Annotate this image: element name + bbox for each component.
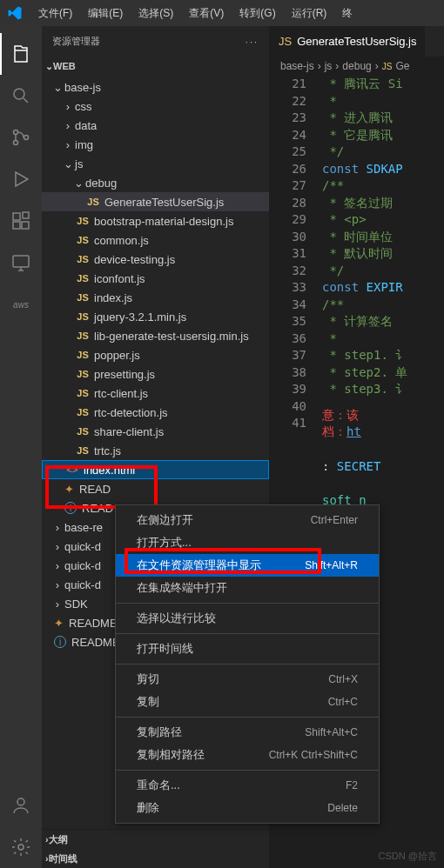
folder-debug[interactable]: ⌄debug [42, 173, 269, 192]
section-outline[interactable]: ›大纲 [42, 830, 269, 849]
menu-item-shortcut: Delete [327, 802, 358, 814]
activity-extensions-icon[interactable] [0, 200, 42, 242]
menu-item-label: 在侧边打开 [137, 512, 193, 528]
menu-item-shortcut: Ctrl+Enter [311, 514, 358, 526]
file-item[interactable]: JSrtc-detection.js [42, 403, 269, 422]
info-icon: i [64, 502, 77, 514]
svg-rect-5 [13, 222, 20, 229]
menu-separator [116, 603, 379, 604]
file-item[interactable]: JSlib-generate-test-usersig.min.js [42, 326, 269, 345]
file-item[interactable]: JSrtc-client.js [42, 384, 269, 403]
context-menu-item[interactable]: 打开时间线 [116, 638, 379, 660]
file-item[interactable]: JSdevice-testing.js [42, 250, 269, 269]
file-item[interactable]: JStrtc.js [42, 441, 269, 460]
folder-base-js[interactable]: ⌄base-js [42, 77, 269, 97]
star-icon: ✦ [54, 617, 64, 630]
activity-scm-icon[interactable] [0, 117, 42, 158]
context-menu-item[interactable]: 选择以进行比较 [116, 607, 379, 630]
folder-img[interactable]: ›img [42, 135, 269, 154]
menu-run[interactable]: 运行(R) [285, 3, 334, 24]
menu-item-shortcut: Shift+Alt+C [305, 726, 358, 738]
menu-item-label: 复制相对路径 [137, 747, 205, 763]
more-icon[interactable]: ··· [246, 37, 259, 47]
sidebar-header: 资源管理器 ··· [42, 26, 269, 57]
activity-remote-icon[interactable] [0, 242, 42, 284]
star-icon: ✦ [64, 483, 74, 496]
activity-aws-icon[interactable]: aws [0, 284, 42, 325]
menu-item-label: 删除 [137, 800, 159, 816]
section-header[interactable]: ⌄ WEB [42, 57, 269, 76]
file-readme[interactable]: ✦READ [42, 479, 269, 498]
svg-rect-4 [13, 213, 20, 220]
svg-point-10 [18, 845, 24, 850]
js-file-icon: JS [279, 35, 292, 48]
tab-label: GenerateTestUserSig.js [297, 35, 416, 48]
menu-terminal[interactable]: 终 [335, 3, 360, 24]
context-menu-item[interactable]: 打开方式... [116, 531, 379, 554]
activity-explorer-icon[interactable] [0, 33, 42, 75]
file-item[interactable]: JSjquery-3.2.1.min.js [42, 307, 269, 326]
chevron-down-icon: ⌄ [45, 61, 53, 72]
activity-settings-icon[interactable] [0, 826, 42, 868]
svg-rect-7 [23, 212, 29, 218]
folder-data[interactable]: ›data [42, 116, 269, 135]
info-icon: i [54, 636, 66, 648]
menu-item-shortcut: Ctrl+X [328, 673, 358, 685]
menu-view[interactable]: 查看(V) [182, 3, 231, 24]
sidebar-title: 资源管理器 [52, 35, 100, 48]
file-item[interactable]: JSiconfont.js [42, 269, 269, 288]
menu-item-label: 在文件资源管理器中显示 [137, 558, 261, 573]
menu-item-label: 在集成终端中打开 [137, 580, 227, 596]
menu-separator [116, 770, 379, 771]
section-title: WEB [53, 61, 76, 71]
titlebar: 文件(F) 编辑(E) 选择(S) 查看(V) 转到(G) 运行(R) 终 [0, 0, 444, 26]
file-item[interactable]: JScommon.js [42, 230, 269, 250]
menu-select[interactable]: 选择(S) [131, 3, 180, 24]
menu-item-label: 复制 [137, 694, 159, 710]
context-menu-item[interactable]: 复制Ctrl+C [116, 691, 379, 713]
menu-item-label: 打开方式... [137, 535, 192, 551]
activity-debug-icon[interactable] [0, 158, 42, 200]
editor-tab[interactable]: JS GenerateTestUserSig.js [270, 26, 425, 57]
svg-point-2 [14, 141, 18, 145]
menu-go[interactable]: 转到(G) [232, 3, 282, 24]
file-item[interactable]: JSbootstrap-material-design.js [42, 211, 269, 230]
context-menu-item[interactable]: 在文件资源管理器中显示Shift+Alt+R [116, 554, 379, 577]
file-item[interactable]: JSpopper.js [42, 345, 269, 364]
breadcrumb[interactable]: base-js› js› debug› JSGe [270, 57, 444, 76]
menu-item-shortcut: Ctrl+K Ctrl+Shift+C [269, 749, 358, 761]
context-menu-item[interactable]: 剪切Ctrl+X [116, 668, 379, 691]
svg-point-3 [24, 136, 29, 140]
vscode-logo-icon [7, 5, 23, 21]
menu-item-shortcut: Shift+Alt+R [305, 559, 358, 571]
tab-bar: JS GenerateTestUserSig.js [270, 26, 444, 57]
context-menu-item[interactable]: 在集成终端中打开 [116, 577, 379, 599]
menu-edit[interactable]: 编辑(E) [81, 3, 130, 24]
section-timeline[interactable]: ›时间线 [42, 849, 269, 868]
context-menu-item[interactable]: 在侧边打开Ctrl+Enter [116, 509, 379, 531]
activity-search-icon[interactable] [0, 75, 42, 117]
menu-item-label: 重命名... [137, 778, 180, 793]
context-menu-item[interactable]: 复制路径Shift+Alt+C [116, 721, 379, 744]
file-generatetestusersig[interactable]: JSGenerateTestUserSig.js [42, 192, 269, 211]
file-item[interactable]: JSindex.js [42, 288, 269, 307]
context-menu-item[interactable]: 复制相对路径Ctrl+K Ctrl+Shift+C [116, 744, 379, 766]
file-item[interactable]: JSshare-client.js [42, 422, 269, 441]
svg-point-9 [17, 798, 24, 805]
file-item[interactable]: JSpresetting.js [42, 364, 269, 384]
menu-file[interactable]: 文件(F) [31, 3, 79, 24]
context-menu: 在侧边打开Ctrl+Enter打开方式...在文件资源管理器中显示Shift+A… [115, 504, 380, 824]
activity-account-icon[interactable] [0, 785, 42, 826]
context-menu-item[interactable]: 删除Delete [116, 797, 379, 819]
menu-item-shortcut: Ctrl+C [328, 696, 358, 708]
folder-js[interactable]: ⌄js [42, 154, 269, 173]
context-menu-item[interactable]: 重命名...F2 [116, 774, 379, 797]
activitybar: aws [0, 26, 42, 868]
menu-item-label: 剪切 [137, 671, 159, 687]
menu-item-shortcut: F2 [346, 779, 358, 791]
folder-css[interactable]: ›css [42, 97, 269, 116]
menubar: 文件(F) 编辑(E) 选择(S) 查看(V) 转到(G) 运行(R) 终 [31, 3, 360, 24]
svg-point-1 [14, 130, 18, 135]
svg-rect-8 [13, 256, 29, 267]
file-index-html[interactable]: <>index.html [42, 460, 269, 479]
